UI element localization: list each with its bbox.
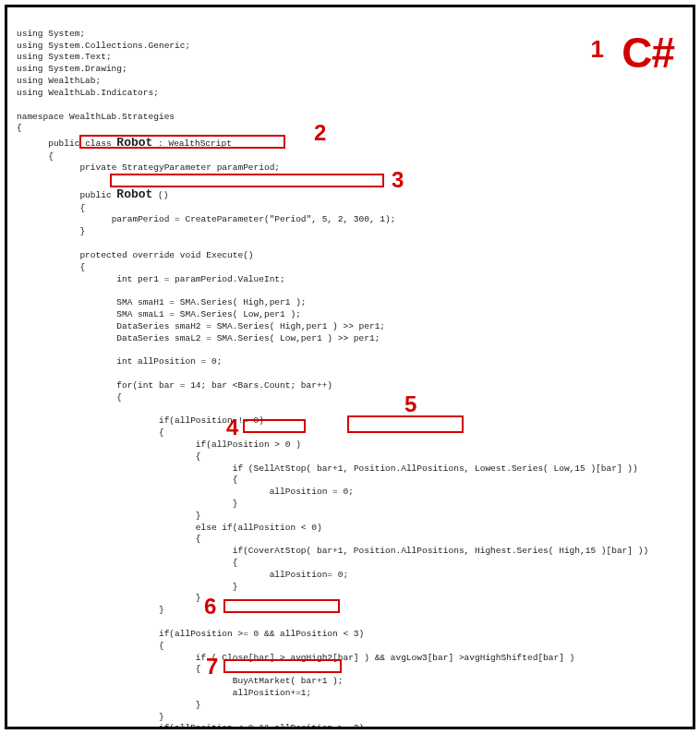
code-text: Lowest.Series( Low,15 )[bar] )) [469,463,637,474]
using-line: using System.Collections.Generic; [17,41,190,51]
using-line: using System.Text; [17,52,112,62]
code-line: SMA smaL1 = SMA.Series( Low,per1 ); [17,309,301,319]
brace: } [17,712,164,722]
using-line: using System.Drawing; [17,64,127,74]
code-line: if(allPosition <=0 && allPosition > -3) [17,723,364,729]
class-keyword: public class [48,138,116,149]
using-line: using WealthLab.Indicators; [17,88,159,98]
indent: if [17,463,248,474]
field-declaration: private StrategyParameter paramPeriod; [79,162,280,173]
indent [17,162,79,173]
brace: { [17,262,85,272]
ctor-body: paramPeriod = CreateParameter("Period", … [112,214,396,224]
brace: } [17,582,237,592]
execute-decl: protected override void Execute() [17,250,254,260]
brace: { [17,641,164,651]
code-line: DataSeries smaH2 = SMA.Series( High,per1… [17,321,385,331]
brace: } [17,593,201,603]
code-line: int per1 = paramPeriod.ValueInt; [17,274,285,284]
brace: { [17,427,164,438]
brace: { [17,123,22,133]
buy-at-market: BuyAtMarket( bar+1 ); [233,676,344,686]
code-line: if(CoverAtStop( bar+1, Position.AllPosit… [17,546,648,556]
indent [17,190,79,200]
position-allpositions: Position.AllPositions, [354,463,469,474]
brace: { [17,534,201,544]
code-line: if(allPosition > 0 ) [17,439,301,450]
code-line: allPosition= 0; [17,570,348,580]
brace: } [17,226,85,236]
code-line: if(allPosition != 0) [17,415,264,426]
sell-at-stop: (SellAtStop( [248,463,311,474]
indent [17,214,112,224]
code-line: else if(allPosition < 0) [17,523,322,533]
code-line: SMA smaH1 = SMA.Series( High,per1 ); [17,297,307,307]
ctor-keyword: public [79,190,116,200]
brace: { [17,151,54,162]
indent [17,676,233,686]
code-line: int allPosition = 0; [17,356,222,367]
brace: { [17,203,85,213]
code-frame: using System; using System.Collections.G… [5,5,695,729]
using-line: using System; [17,29,85,39]
namespace-line: namespace WealthLab.Strategies [17,112,175,122]
code-line: if ( Close[bar] > avgHigh2[bar] ) && avg… [17,653,574,663]
brace: { [17,451,201,462]
brace: { [17,664,201,674]
using-line: using WealthLab; [17,76,101,86]
brace: } [17,511,201,521]
brace: { [17,392,122,403]
code-text: bar+1, [311,463,354,474]
brace: } [17,499,237,509]
brace: { [17,558,237,568]
class-name: Robot [116,136,152,150]
code-line: if(allPosition >= 0 && allPosition < 3) [17,629,364,639]
code-line: DataSeries smaL2 = SMA.Series( Low,per1 … [17,333,380,343]
code-line: allPosition+=1; [17,688,311,698]
code-line: for(int bar = 14; bar <Bars.Count; bar++… [17,380,332,391]
ctor-name: Robot [116,187,152,201]
class-base: : WealthScript [152,138,232,149]
brace: { [17,475,237,485]
ctor-paren: () [152,190,168,200]
brace: } [17,700,201,710]
code-line: allPosition = 0; [17,487,354,497]
brace: } [17,605,164,615]
code-block: using System; using System.Collections.G… [17,17,683,729]
